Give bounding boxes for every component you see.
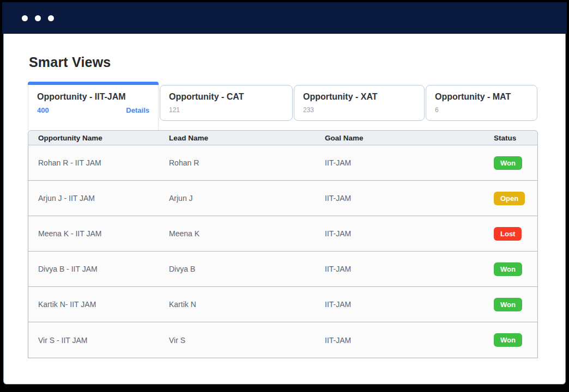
opportunities-table: Opportunity NameLead NameGoal NameStatus…: [28, 130, 538, 358]
column-header: Opportunity Name: [28, 134, 159, 142]
cell-goal-name: IIT-JAM: [315, 300, 484, 309]
status-badge: Lost: [494, 227, 522, 241]
status-badge: Won: [494, 262, 522, 276]
tab-label: Opportunity - XAT: [303, 92, 415, 102]
table-row[interactable]: Meena K - IIT JAM Meena K IIT-JAM Lost: [28, 216, 537, 252]
table-header-row: Opportunity NameLead NameGoal NameStatus: [28, 130, 538, 145]
table-row[interactable]: Vir S - IIT JAM Vir S IIT-JAM Won: [28, 322, 537, 358]
cell-opportunity-name: Meena K - IIT JAM: [28, 229, 159, 238]
tab-count: 233: [303, 106, 314, 114]
status-badge: Open: [494, 192, 525, 205]
smart-view-tabs: Opportunity - IIT-JAM 400 Details Opport…: [28, 82, 538, 130]
cell-lead-name: Arjun J: [159, 194, 315, 203]
tab-label: Opportunity - CAT: [169, 92, 283, 102]
cell-lead-name: Meena K: [159, 229, 315, 238]
cell-lead-name: Divya B: [159, 265, 315, 273]
tab-label: Opportunity - IIT-JAM: [37, 92, 149, 102]
cell-opportunity-name: Rohan R - IIT JAM: [28, 158, 159, 167]
cell-goal-name: IIT-JAM: [315, 336, 484, 345]
tab-count: 6: [435, 106, 439, 114]
table-body: Rohan R - IIT JAM Rohan R IIT-JAM Won Ar…: [28, 145, 538, 358]
cell-opportunity-name: Kartik N- IIT JAM: [28, 300, 159, 309]
app-window: Smart Views Opportunity - IIT-JAM 400 De…: [3, 34, 566, 384]
status-badge: Won: [494, 156, 522, 170]
column-header: Status: [484, 134, 537, 142]
table-row[interactable]: Arjun J - IIT JAM Arjun J IIT-JAM Open: [28, 181, 537, 216]
column-header: Goal Name: [315, 134, 484, 142]
column-header: Lead Name: [159, 134, 315, 142]
tab-count: 121: [169, 106, 180, 114]
browser-titlebar: [2, 2, 567, 34]
window-controls: [22, 15, 54, 21]
smart-view-tab[interactable]: Opportunity - MAT 6: [426, 85, 537, 121]
table-row[interactable]: Kartik N- IIT JAM Kartik N IIT-JAM Won: [28, 287, 537, 322]
window-control-dot[interactable]: [22, 15, 28, 21]
page-title: Smart Views: [29, 54, 111, 70]
cell-goal-name: IIT-JAM: [315, 194, 484, 203]
status-badge: Won: [494, 298, 522, 311]
status-badge: Won: [494, 333, 522, 347]
cell-opportunity-name: Arjun J - IIT JAM: [28, 194, 159, 203]
tab-count: 400: [37, 106, 49, 114]
smart-view-tab[interactable]: Opportunity - CAT 121: [160, 85, 293, 121]
cell-goal-name: IIT-JAM: [315, 265, 484, 273]
window-control-dot[interactable]: [48, 15, 54, 21]
cell-lead-name: Kartik N: [159, 300, 315, 309]
window-control-dot[interactable]: [35, 15, 41, 21]
table-row[interactable]: Divya B - IIT JAM Divya B IIT-JAM Won: [28, 252, 537, 287]
smart-view-tab[interactable]: Opportunity - XAT 233: [294, 85, 425, 121]
tab-details-link[interactable]: Details: [126, 106, 149, 114]
cell-lead-name: Vir S: [159, 336, 315, 345]
cell-opportunity-name: Divya B - IIT JAM: [28, 265, 159, 273]
cell-lead-name: Rohan R: [159, 158, 315, 167]
cell-opportunity-name: Vir S - IIT JAM: [28, 336, 159, 345]
table-row[interactable]: Rohan R - IIT JAM Rohan R IIT-JAM Won: [28, 145, 537, 181]
smart-view-tab[interactable]: Opportunity - IIT-JAM 400 Details: [28, 82, 159, 130]
cell-goal-name: IIT-JAM: [315, 229, 484, 238]
cell-goal-name: IIT-JAM: [315, 158, 484, 167]
tab-label: Opportunity - MAT: [435, 92, 528, 102]
